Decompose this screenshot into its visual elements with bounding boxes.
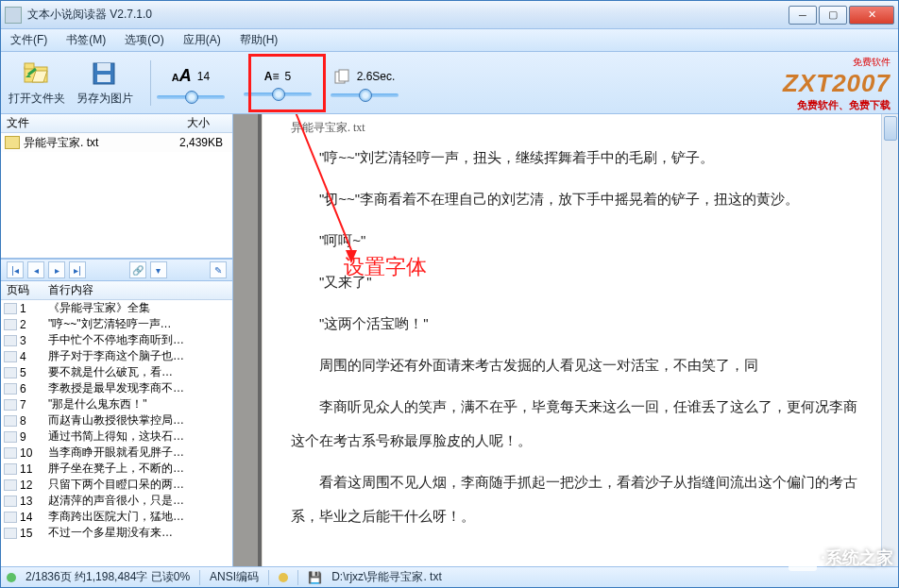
close-button[interactable]: ✕: [849, 6, 894, 25]
minimize-button[interactable]: ─: [789, 6, 817, 25]
file-col-size[interactable]: 大小: [143, 115, 232, 131]
chapter-row[interactable]: 6李教授是最早发现李商不…: [1, 380, 232, 396]
chapter-row[interactable]: 15不过一个多星期没有来…: [1, 525, 232, 541]
chapter-col-first[interactable]: 首行内容: [48, 282, 232, 298]
nav-last-button[interactable]: ▸|: [69, 261, 86, 278]
svg-rect-1: [25, 63, 34, 69]
save-as-image-button[interactable]: 另存为图片: [76, 59, 133, 107]
brand-sub: 免费软件、免费下载: [783, 98, 891, 112]
chapter-num: 14: [20, 511, 48, 524]
page-icon: [4, 303, 17, 314]
link-button[interactable]: 🔗: [129, 261, 146, 278]
interval-value: 2.6Sec.: [357, 70, 396, 83]
menu-help[interactable]: 帮助(H): [240, 32, 279, 48]
chapter-num: 6: [20, 382, 48, 395]
font-size-value: 14: [197, 70, 210, 83]
chapter-row[interactable]: 7"那是什么鬼东西！": [1, 396, 232, 412]
reader-paragraph: 看着这周围不见人烟，李商随手抓起一把沙土，看着沙子从指缝间流出这个偏门的考古系，…: [291, 465, 860, 533]
chapter-list[interactable]: 1《异能寻宝家》全集2"哼~~"刘艺清轻哼一声…3手中忙个不停地李商听到…4胖子…: [1, 300, 232, 566]
file-pane-empty: [1, 152, 232, 258]
chapter-row[interactable]: 9通过书简上得知，这块石…: [1, 428, 232, 445]
maximize-button[interactable]: ▢: [819, 6, 847, 25]
watermark: ·系统之家: [789, 545, 893, 571]
tag-button[interactable]: ▾: [150, 261, 167, 278]
file-row[interactable]: 异能寻宝家. txt2,439KB: [1, 133, 232, 152]
separator: [150, 60, 151, 106]
annotation-highlight-box: [248, 54, 326, 112]
chapter-row[interactable]: 11胖子坐在凳子上，不断的…: [1, 461, 232, 477]
chapter-text: "哼~~"刘艺清轻哼一声…: [48, 316, 232, 332]
menu-app[interactable]: 应用(A): [183, 32, 221, 48]
chapter-row[interactable]: 5要不就是什么破瓦，看…: [1, 364, 232, 380]
reader-paragraph: "又来了": [291, 265, 860, 299]
chapter-num: 1: [20, 302, 48, 315]
chapter-num: 8: [20, 414, 48, 428]
file-col-name[interactable]: 文件: [1, 115, 143, 131]
chapter-col-page[interactable]: 页码: [1, 282, 48, 298]
reader-scrollbar[interactable]: [881, 114, 898, 566]
file-header: 文件 大小: [1, 114, 232, 133]
interval-slider[interactable]: [331, 93, 399, 97]
font-size-slider[interactable]: [157, 95, 225, 99]
app-icon: [5, 7, 22, 24]
nav-prev-button[interactable]: ◂: [27, 261, 44, 278]
reader-paragraph: "呵呵~": [291, 224, 860, 258]
svg-rect-3: [97, 63, 110, 71]
menubar: 文件(F) 书签(M) 选项(O) 应用(A) 帮助(H): [1, 29, 898, 52]
chapter-row[interactable]: 13赵清萍的声音很小，只是…: [1, 493, 232, 509]
chapter-num: 12: [20, 479, 48, 492]
toolbar: 打开文件夹 另存为图片 AA 14 A≡ 5 2.: [1, 52, 898, 114]
chapter-row[interactable]: 10当李商睁开眼就看见胖子…: [1, 445, 232, 461]
watermark-icon: [789, 545, 817, 571]
chapter-pane: 页码 首行内容 1《异能寻宝家》全集2"哼~~"刘艺清轻哼一声…3手中忙个不停地…: [1, 281, 232, 566]
reader-page[interactable]: 异能寻宝家. txt "哼~~"刘艺清轻哼一声，扭头，继续挥舞着手中的毛刷，铲子…: [262, 114, 881, 566]
chapter-text: 李教授是最早发现李商不…: [48, 380, 232, 396]
nav-first-button[interactable]: |◂: [7, 261, 24, 278]
chapter-header: 页码 首行内容: [1, 281, 232, 300]
menu-file[interactable]: 文件(F): [10, 32, 47, 48]
reader-tab: 异能寻宝家. txt: [291, 114, 365, 142]
mini-toolbar: |◂ ◂ ▸ ▸| 🔗 ▾ ✎: [1, 259, 232, 281]
chapter-row[interactable]: 2"哼~~"刘艺清轻哼一声…: [1, 316, 232, 332]
page-icon: [4, 351, 17, 362]
page-icon: [4, 383, 17, 395]
menu-bookmark[interactable]: 书签(M): [66, 32, 106, 48]
chapter-text: 胖子对于李商这个脑子也…: [48, 348, 232, 364]
page-icon: [4, 447, 17, 459]
chapter-num: 11: [20, 462, 48, 476]
reader-paragraph: 李商听见众人的笑声，满不在乎，毕竟每天来这么一回，任谁丢了这么了，更何况李商这个…: [291, 390, 860, 458]
body-area: 文件 大小 异能寻宝家. txt2,439KB |◂ ◂ ▸ ▸| 🔗 ▾ ✎: [1, 114, 898, 566]
edit-button[interactable]: ✎: [210, 261, 227, 278]
pages-icon: [334, 69, 351, 84]
file-pane: 文件 大小 异能寻宝家. txt2,439KB: [1, 114, 232, 259]
svg-rect-6: [339, 70, 348, 81]
chapter-num: 4: [20, 350, 48, 363]
interval-control[interactable]: 2.6Sec.: [331, 69, 399, 97]
nav-next-button[interactable]: ▸: [48, 261, 65, 278]
chapter-num: 2: [20, 318, 48, 331]
statusbar: 2/1836页 约1,198,484字 已读0% ANSI编码 💾 D:\rjx…: [1, 566, 898, 587]
page-icon: [4, 415, 17, 427]
page-icon: [4, 512, 17, 523]
chapter-row[interactable]: 4胖子对于李商这个脑子也…: [1, 348, 232, 364]
app-window: 文本小说阅读器 V2.7.1.0 ─ ▢ ✕ 文件(F) 书签(M) 选项(O)…: [0, 0, 899, 588]
menu-options[interactable]: 选项(O): [125, 32, 163, 48]
chapter-row[interactable]: 8而赵青山教授很快掌控局…: [1, 412, 232, 428]
page-icon: [4, 319, 17, 330]
chapter-text: 只留下两个目瞪口呆的两…: [48, 477, 232, 493]
font-icon: AA: [172, 66, 192, 86]
status-pages: 2/1836页 约1,198,484字 已读0%: [25, 569, 190, 585]
font-size-control[interactable]: AA 14: [157, 66, 225, 99]
brand-logo: ZXT2007: [783, 69, 891, 98]
chapter-row[interactable]: 3手中忙个不停地李商听到…: [1, 332, 232, 348]
open-folder-button[interactable]: 打开文件夹: [8, 59, 65, 107]
chapter-row[interactable]: 14李商跨出医院大门，猛地…: [1, 509, 232, 525]
scrollbar-thumb[interactable]: [884, 116, 897, 141]
status-dot-icon: [7, 573, 16, 582]
chapter-row[interactable]: 12只留下两个目瞪口呆的两…: [1, 477, 232, 493]
chapter-text: 要不就是什么破瓦，看…: [48, 364, 232, 380]
chapter-row[interactable]: 1《异能寻宝家》全集: [1, 300, 232, 316]
titlebar[interactable]: 文本小说阅读器 V2.7.1.0 ─ ▢ ✕: [1, 1, 898, 29]
chapter-num: 5: [20, 366, 48, 379]
chapter-text: 胖子坐在凳子上，不断的…: [48, 461, 232, 477]
